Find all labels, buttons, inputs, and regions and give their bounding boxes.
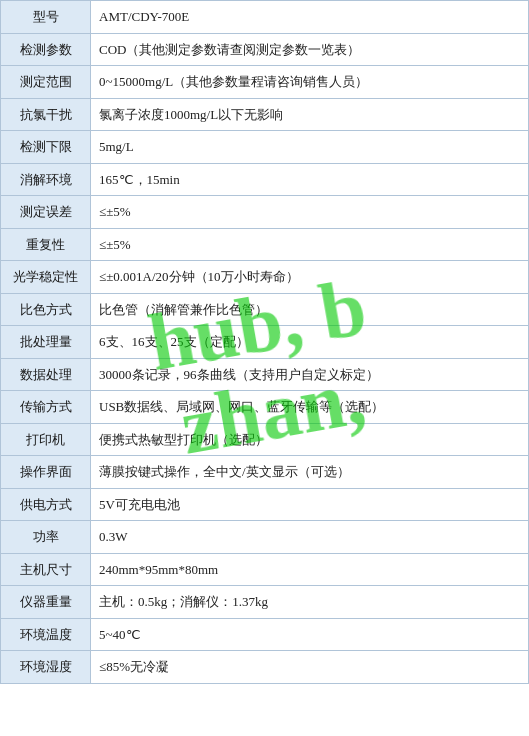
table-row: 环境温度5~40℃ — [1, 618, 529, 651]
row-value: USB数据线、局域网、网口、蓝牙传输等（选配） — [91, 391, 529, 424]
row-value: 5V可充电电池 — [91, 488, 529, 521]
row-value: 5mg/L — [91, 131, 529, 164]
row-label: 光学稳定性 — [1, 261, 91, 294]
row-value: ≤±0.001A/20分钟（10万小时寿命） — [91, 261, 529, 294]
table-row: 供电方式5V可充电电池 — [1, 488, 529, 521]
table-row: 数据处理30000条记录，96条曲线（支持用户自定义标定） — [1, 358, 529, 391]
row-label: 环境温度 — [1, 618, 91, 651]
row-value: 比色管（消解管兼作比色管） — [91, 293, 529, 326]
row-label: 打印机 — [1, 423, 91, 456]
table-row: 测定误差≤±5% — [1, 196, 529, 229]
row-label: 检测参数 — [1, 33, 91, 66]
row-label: 型号 — [1, 1, 91, 34]
row-label: 主机尺寸 — [1, 553, 91, 586]
row-value: 薄膜按键式操作，全中文/英文显示（可选） — [91, 456, 529, 489]
row-value: COD（其他测定参数请查阅测定参数一览表） — [91, 33, 529, 66]
row-label: 抗氯干扰 — [1, 98, 91, 131]
table-row: 检测参数COD（其他测定参数请查阅测定参数一览表） — [1, 33, 529, 66]
row-label: 功率 — [1, 521, 91, 554]
row-label: 供电方式 — [1, 488, 91, 521]
row-label: 环境湿度 — [1, 651, 91, 684]
row-value: ≤±5% — [91, 196, 529, 229]
row-label: 测定误差 — [1, 196, 91, 229]
table-row: 消解环境165℃，15min — [1, 163, 529, 196]
row-value: 0~15000mg/L（其他参数量程请咨询销售人员） — [91, 66, 529, 99]
table-row: 环境湿度≤85%无冷凝 — [1, 651, 529, 684]
table-row: 功率0.3W — [1, 521, 529, 554]
row-label: 检测下限 — [1, 131, 91, 164]
row-value: AMT/CDY-700E — [91, 1, 529, 34]
table-row: 主机尺寸240mm*95mm*80mm — [1, 553, 529, 586]
row-value: ≤85%无冷凝 — [91, 651, 529, 684]
row-label: 重复性 — [1, 228, 91, 261]
table-row: 测定范围0~15000mg/L（其他参数量程请咨询销售人员） — [1, 66, 529, 99]
table-row: 打印机便携式热敏型打印机（选配） — [1, 423, 529, 456]
specs-table-container: 型号AMT/CDY-700E检测参数COD（其他测定参数请查阅测定参数一览表）测… — [0, 0, 529, 684]
table-row: 操作界面薄膜按键式操作，全中文/英文显示（可选） — [1, 456, 529, 489]
row-label: 消解环境 — [1, 163, 91, 196]
table-row: 传输方式USB数据线、局域网、网口、蓝牙传输等（选配） — [1, 391, 529, 424]
table-row: 检测下限5mg/L — [1, 131, 529, 164]
table-row: 仪器重量主机：0.5kg；消解仪：1.37kg — [1, 586, 529, 619]
row-label: 操作界面 — [1, 456, 91, 489]
table-row: 比色方式比色管（消解管兼作比色管） — [1, 293, 529, 326]
row-label: 传输方式 — [1, 391, 91, 424]
row-value: 240mm*95mm*80mm — [91, 553, 529, 586]
row-value: 30000条记录，96条曲线（支持用户自定义标定） — [91, 358, 529, 391]
row-value: 便携式热敏型打印机（选配） — [91, 423, 529, 456]
table-row: 抗氯干扰氯离子浓度1000mg/L以下无影响 — [1, 98, 529, 131]
row-value: 165℃，15min — [91, 163, 529, 196]
table-row: 型号AMT/CDY-700E — [1, 1, 529, 34]
row-value: 5~40℃ — [91, 618, 529, 651]
row-label: 比色方式 — [1, 293, 91, 326]
table-row: 光学稳定性≤±0.001A/20分钟（10万小时寿命） — [1, 261, 529, 294]
row-label: 仪器重量 — [1, 586, 91, 619]
row-value: ≤±5% — [91, 228, 529, 261]
row-value: 氯离子浓度1000mg/L以下无影响 — [91, 98, 529, 131]
row-value: 主机：0.5kg；消解仪：1.37kg — [91, 586, 529, 619]
row-label: 批处理量 — [1, 326, 91, 359]
table-row: 重复性≤±5% — [1, 228, 529, 261]
specs-table: 型号AMT/CDY-700E检测参数COD（其他测定参数请查阅测定参数一览表）测… — [0, 0, 529, 684]
row-value: 6支、16支、25支（定配） — [91, 326, 529, 359]
row-label: 数据处理 — [1, 358, 91, 391]
table-row: 批处理量6支、16支、25支（定配） — [1, 326, 529, 359]
row-label: 测定范围 — [1, 66, 91, 99]
row-value: 0.3W — [91, 521, 529, 554]
